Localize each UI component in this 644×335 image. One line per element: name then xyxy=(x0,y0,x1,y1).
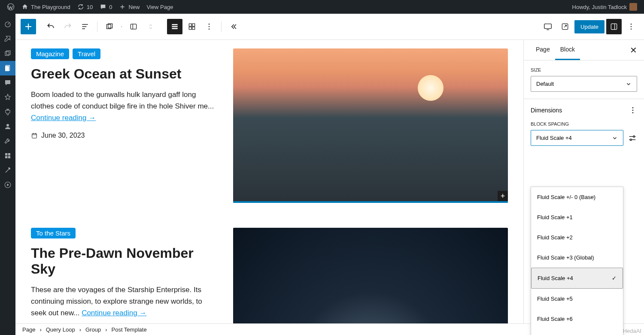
svg-rect-25 xyxy=(544,24,552,29)
admin-bar: The Playground 10 0 New View Page Howdy,… xyxy=(0,0,644,14)
size-label: SIZE xyxy=(531,67,637,72)
more-icon[interactable] xyxy=(629,106,637,115)
svg-point-29 xyxy=(631,26,632,27)
svg-point-23 xyxy=(209,26,210,27)
featured-image[interactable]: + xyxy=(233,48,508,203)
grid-view-button[interactable] xyxy=(184,19,200,34)
site-name[interactable]: The Playground xyxy=(18,3,74,10)
svg-rect-19 xyxy=(192,24,195,26)
dropdown-option[interactable]: Fluid Scale +7 xyxy=(531,329,623,335)
settings-toggle-button[interactable] xyxy=(606,19,622,34)
block-columns-icon[interactable] xyxy=(126,19,141,34)
menu-comments[interactable] xyxy=(0,75,15,90)
sliders-icon[interactable] xyxy=(628,133,637,143)
dropdown-option[interactable]: Fluid Scale +1 xyxy=(531,207,623,227)
svg-rect-27 xyxy=(611,24,617,29)
view-page[interactable]: View Page xyxy=(143,4,177,10)
dropdown-option[interactable]: Fluid Scale +5 xyxy=(531,289,623,309)
svg-rect-15 xyxy=(172,24,178,25)
dimensions-heading: Dimensions xyxy=(531,107,562,114)
breadcrumb-item[interactable]: Post Template xyxy=(111,326,146,333)
svg-rect-14 xyxy=(131,24,137,29)
tab-block[interactable]: Block xyxy=(555,40,580,60)
svg-rect-17 xyxy=(172,28,178,29)
svg-point-34 xyxy=(632,112,634,114)
menu-dashboard[interactable] xyxy=(0,17,15,32)
close-sidebar-button[interactable]: ✕ xyxy=(630,45,637,55)
howdy-user[interactable]: Howdy, Justin Tadlock xyxy=(569,3,641,11)
breadcrumb-item[interactable]: Page xyxy=(22,326,35,333)
menu-appearance[interactable] xyxy=(0,90,15,105)
post-title[interactable]: Greek Ocean at Sunset xyxy=(31,66,218,82)
update-button[interactable]: Update xyxy=(574,20,605,33)
breadcrumb-item[interactable]: Query Loop xyxy=(46,326,75,333)
menu-pages[interactable] xyxy=(0,61,15,75)
svg-point-28 xyxy=(631,24,632,25)
collapse-toolbar-button[interactable] xyxy=(226,19,241,34)
tab-page[interactable]: Page xyxy=(531,40,555,60)
post-item: To the Stars The Pre-Dawn November Sky T… xyxy=(31,228,508,323)
settings-sidebar: Page Block ✕ SIZE Default Dimensions B xyxy=(523,40,644,323)
svg-rect-18 xyxy=(189,24,192,26)
svg-rect-8 xyxy=(8,153,10,155)
add-icon[interactable]: + xyxy=(498,191,508,201)
read-more-link[interactable]: Continue reading → xyxy=(82,309,146,317)
wp-logo[interactable] xyxy=(3,3,18,11)
more-options-button[interactable] xyxy=(623,19,639,34)
view-page-button[interactable] xyxy=(557,19,573,34)
comments-count[interactable]: 0 xyxy=(96,3,115,10)
menu-settings[interactable] xyxy=(0,148,15,163)
new-content[interactable]: New xyxy=(115,3,143,10)
read-more-link[interactable]: Continue reading → xyxy=(31,114,96,122)
breadcrumb-item[interactable]: Group xyxy=(85,326,101,333)
svg-rect-20 xyxy=(189,27,192,30)
watermark: HedaAI xyxy=(623,328,641,334)
svg-point-30 xyxy=(631,29,632,30)
menu-item-9[interactable] xyxy=(0,163,15,178)
svg-rect-3 xyxy=(6,51,10,54)
post-date: June 30, 2023 xyxy=(31,132,218,139)
admin-menu xyxy=(0,14,15,335)
svg-point-6 xyxy=(6,124,9,127)
menu-item-10[interactable] xyxy=(0,178,15,192)
svg-rect-16 xyxy=(172,26,178,27)
size-select[interactable]: Default xyxy=(531,76,637,92)
dropdown-option[interactable]: Fluid Scale +4✓ xyxy=(531,268,623,289)
post-category[interactable]: Magazine xyxy=(31,48,69,59)
post-category[interactable]: To the Stars xyxy=(31,228,76,238)
block-spacing-label: BLOCK SPACING xyxy=(531,121,637,127)
add-block-button[interactable] xyxy=(21,19,36,34)
undo-button[interactable] xyxy=(43,19,58,34)
post-title[interactable]: The Pre-Dawn November Sky xyxy=(31,245,218,277)
svg-rect-7 xyxy=(5,153,7,155)
featured-image[interactable] xyxy=(233,228,508,323)
dropdown-option[interactable]: Fluid Scale +6 xyxy=(531,309,623,329)
editor-canvas[interactable]: Magazine Travel Greek Ocean at Sunset Bo… xyxy=(15,40,523,323)
post-excerpt: These are the voyages of the Starship En… xyxy=(31,284,218,319)
list-view-button[interactable] xyxy=(167,19,182,34)
block-options-button[interactable] xyxy=(201,19,217,34)
device-preview-button[interactable] xyxy=(540,19,556,34)
svg-rect-9 xyxy=(5,156,7,158)
menu-plugins[interactable] xyxy=(0,105,15,119)
dropdown-option[interactable]: Fluid Scale +2 xyxy=(531,227,623,247)
menu-tools[interactable] xyxy=(0,134,15,148)
menu-media[interactable] xyxy=(0,46,15,61)
dropdown-option[interactable]: Fluid Scale +3 (Global) xyxy=(531,247,623,268)
block-spacing-select[interactable]: Fluid Scale +4 xyxy=(531,130,623,146)
redo-button[interactable] xyxy=(60,19,76,34)
dropdown-option[interactable]: Fluid Scale +/- 0 (Base) xyxy=(531,187,623,207)
svg-point-32 xyxy=(632,107,634,109)
svg-point-35 xyxy=(633,136,635,137)
menu-item-1[interactable] xyxy=(0,32,15,46)
document-overview-button[interactable] xyxy=(77,19,93,34)
svg-rect-31 xyxy=(32,133,37,138)
block-move-button[interactable] xyxy=(143,19,158,34)
post-excerpt: Boom loaded to the gunwalls hulk lanyard… xyxy=(31,89,218,124)
block-group-icon[interactable] xyxy=(102,19,117,34)
menu-users[interactable] xyxy=(0,119,15,134)
calendar-icon xyxy=(31,132,38,139)
svg-rect-21 xyxy=(192,27,195,30)
updates-count[interactable]: 10 xyxy=(74,3,96,10)
post-category[interactable]: Travel xyxy=(73,48,100,59)
